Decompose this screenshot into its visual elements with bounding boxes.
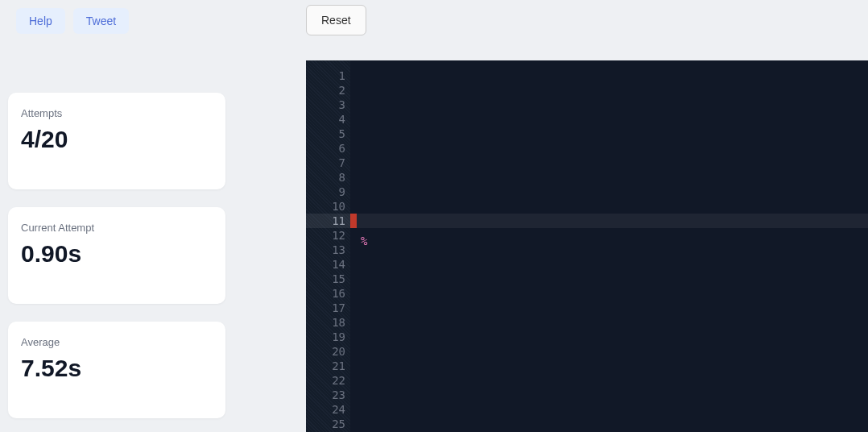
code-line <box>350 199 868 214</box>
line-number: 21 <box>306 359 350 373</box>
current-attempt-label: Current Attempt <box>21 222 213 234</box>
average-card: Average 7.52s <box>8 322 225 418</box>
line-number: 24 <box>306 402 350 417</box>
code-line <box>350 402 868 417</box>
code-line <box>350 373 868 388</box>
average-value: 7.52s <box>21 355 213 382</box>
percent-token: % <box>361 235 367 247</box>
code-content <box>350 69 868 431</box>
code-line <box>350 228 868 243</box>
line-number: 7 <box>306 156 350 170</box>
code-line <box>350 301 868 315</box>
code-line <box>350 185 868 199</box>
code-editor[interactable]: 1234567891011121314151617181920212223242… <box>306 60 868 432</box>
line-number: 22 <box>306 373 350 388</box>
current-attempt-card: Current Attempt 0.90s <box>8 207 225 304</box>
tweet-button[interactable]: Tweet <box>73 8 129 34</box>
line-number: 9 <box>306 185 350 199</box>
line-number: 3 <box>306 98 350 112</box>
attempts-value: 4/20 <box>21 126 213 153</box>
reset-button[interactable]: Reset <box>306 5 366 35</box>
code-line <box>350 141 868 156</box>
code-line <box>350 257 868 272</box>
line-number: 17 <box>306 301 350 315</box>
code-line <box>350 388 868 402</box>
code-line <box>350 83 868 98</box>
code-line <box>350 98 868 112</box>
code-line <box>350 417 868 431</box>
current-attempt-value: 0.90s <box>21 240 213 268</box>
attempts-card: Attempts 4/20 <box>8 93 225 189</box>
code-line <box>350 170 868 185</box>
code-line <box>350 359 868 373</box>
line-number: 14 <box>306 257 350 272</box>
code-line <box>350 243 868 257</box>
line-number: 8 <box>306 170 350 185</box>
line-number: 4 <box>306 112 350 127</box>
editor-gutter: 1234567891011121314151617181920212223242… <box>306 60 350 432</box>
code-line <box>350 315 868 330</box>
line-number: 10 <box>306 199 350 214</box>
line-number: 13 <box>306 243 350 257</box>
line-number: 16 <box>306 286 350 301</box>
stats-sidebar: Attempts 4/20 Current Attempt 0.90s Aver… <box>8 93 225 418</box>
average-label: Average <box>21 336 213 348</box>
code-line <box>350 214 868 228</box>
code-line <box>350 344 868 359</box>
code-line <box>350 69 868 83</box>
line-number: 6 <box>306 141 350 156</box>
line-number: 19 <box>306 330 350 344</box>
line-number: 1 <box>306 69 350 83</box>
line-number: 23 <box>306 388 350 402</box>
attempts-label: Attempts <box>21 107 213 119</box>
code-line <box>350 127 868 141</box>
line-numbers: 1234567891011121314151617181920212223242… <box>306 60 350 431</box>
line-number: 20 <box>306 344 350 359</box>
code-line <box>350 330 868 344</box>
code-line <box>350 286 868 301</box>
code-line <box>350 272 868 286</box>
line-number: 12 <box>306 228 350 243</box>
help-button[interactable]: Help <box>16 8 65 34</box>
code-line <box>350 156 868 170</box>
line-number: 25 <box>306 417 350 431</box>
line-number: 18 <box>306 315 350 330</box>
code-line <box>350 112 868 127</box>
line-number: 2 <box>306 83 350 98</box>
editor-cursor <box>350 214 357 228</box>
line-number: 11 <box>306 214 350 228</box>
line-number: 15 <box>306 272 350 286</box>
line-number: 5 <box>306 127 350 141</box>
